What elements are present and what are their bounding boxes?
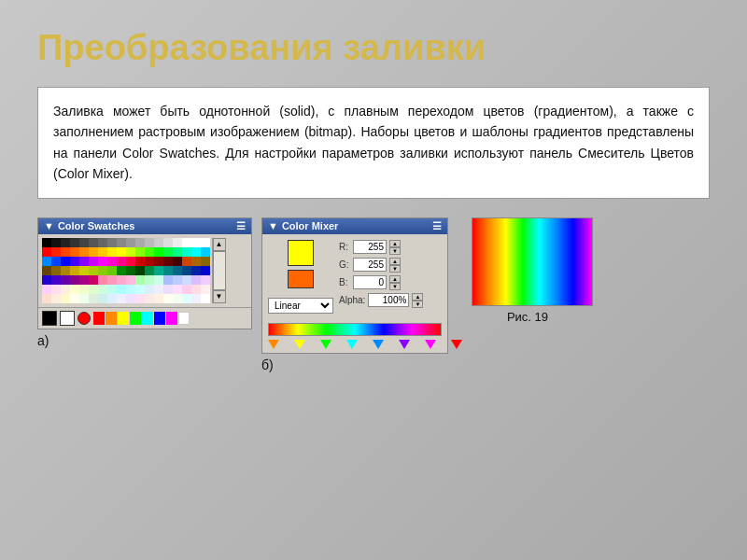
g-row: G: ▲ ▼ [339,258,442,273]
panel-b-label: б) [261,357,274,372]
description-text: Заливка может быть однотонной (solid), с… [53,104,694,181]
alpha-spin: ▲ ▼ [412,293,423,308]
panels-row: ▼ Color Swatches ☰ [37,217,710,372]
swatches-arrow-icon: ▼ [44,220,54,231]
b-down-btn[interactable]: ▼ [389,283,401,290]
panel-a-label: а) [37,333,49,348]
color-preview-yellow[interactable] [288,240,314,266]
scroll-track [213,251,226,290]
handle2[interactable] [294,340,305,349]
mixer-menu-icon[interactable]: ☰ [432,220,442,232]
r-up-btn[interactable]: ▲ [389,240,401,247]
strip-blue[interactable] [154,312,165,325]
scroll-down-btn[interactable]: ▼ [213,290,226,303]
swatches-title: Color Swatches [58,220,135,231]
mixer-gradient-bar[interactable] [268,323,442,336]
color-swatches-section: ▼ Color Swatches ☰ [37,217,252,348]
b-label: B: [339,277,350,287]
description-box: Заливка может быть однотонной (solid), с… [37,87,710,199]
g-down-btn[interactable]: ▼ [389,265,401,273]
b-up-btn[interactable]: ▲ [389,275,401,283]
color-mixer-section: ▼ Color Mixer ☰ Linear [261,217,448,372]
swatches-grid-area: ▲ ▼ [38,234,251,307]
handle4[interactable] [346,340,358,349]
color-mixer-panel: ▼ Color Mixer ☰ Linear [261,217,448,354]
handle1[interactable] [268,340,279,349]
scroll-up-btn[interactable]: ▲ [213,238,226,251]
color-strip [93,312,190,325]
b-input[interactable] [353,275,387,289]
color-swatches-panel: ▼ Color Swatches ☰ [37,217,252,329]
mixer-right: R: ▲ ▼ G: ▲ ▼ [339,240,442,314]
type-select[interactable]: Linear [268,298,333,314]
r-label: R: [339,242,350,252]
white-swatch[interactable] [60,311,75,326]
strip-orange[interactable] [106,312,117,325]
mixer-left: Linear [268,240,333,314]
g-up-btn[interactable]: ▲ [389,258,401,265]
handle5[interactable] [373,340,384,349]
strip-yellow[interactable] [118,312,129,325]
g-spin: ▲ ▼ [389,258,401,273]
gradient-handles [262,340,447,353]
r-row: R: ▲ ▼ [339,240,442,255]
b-spin: ▲ ▼ [389,275,401,290]
right-section: Рис. 19 [462,217,593,324]
alpha-row: Alpha: ▲ ▼ [339,293,442,308]
r-spin: ▲ ▼ [389,240,401,255]
red-circle-swatch[interactable] [78,312,91,325]
b-row: B: ▲ ▼ [339,275,442,290]
color-preview-orange[interactable] [288,270,314,288]
g-input[interactable] [353,258,387,272]
r-down-btn[interactable]: ▼ [389,247,401,255]
mixer-content: Linear R: ▲ ▼ G: [262,234,447,319]
page-title: Преобразования заливки [37,28,710,68]
g-label: G: [339,259,350,270]
handle8[interactable] [451,340,462,349]
mixer-title: Color Mixer [282,220,339,231]
black-swatch[interactable] [42,311,57,326]
swatches-header: ▼ Color Swatches ☰ [38,218,251,234]
r-input[interactable] [353,240,387,254]
handle7[interactable] [425,340,436,349]
mixer-header-left: ▼ Color Mixer [268,220,338,231]
mixer-arrow-icon: ▼ [268,220,278,231]
swatches-scrollbar[interactable]: ▲ ▼ [212,238,225,303]
swatches-grid [42,238,210,303]
swatches-bottom [38,307,251,329]
swatches-header-left: ▼ Color Swatches [44,220,134,231]
handle3[interactable] [320,340,331,349]
strip-magenta[interactable] [166,312,177,325]
strip-cyan[interactable] [142,312,153,325]
alpha-down-btn[interactable]: ▼ [412,301,423,308]
figure-caption: Рис. 19 [507,310,548,324]
alpha-input[interactable] [368,293,409,307]
strip-green[interactable] [130,312,141,325]
strip-white[interactable] [178,312,190,325]
swatches-menu-icon[interactable]: ☰ [236,220,246,232]
rainbow-preview [472,217,593,306]
handle6[interactable] [399,340,410,349]
strip-red[interactable] [93,312,105,325]
alpha-up-btn[interactable]: ▲ [412,293,423,301]
mixer-header: ▼ Color Mixer ☰ [262,218,447,234]
alpha-label: Alpha: [339,295,365,305]
